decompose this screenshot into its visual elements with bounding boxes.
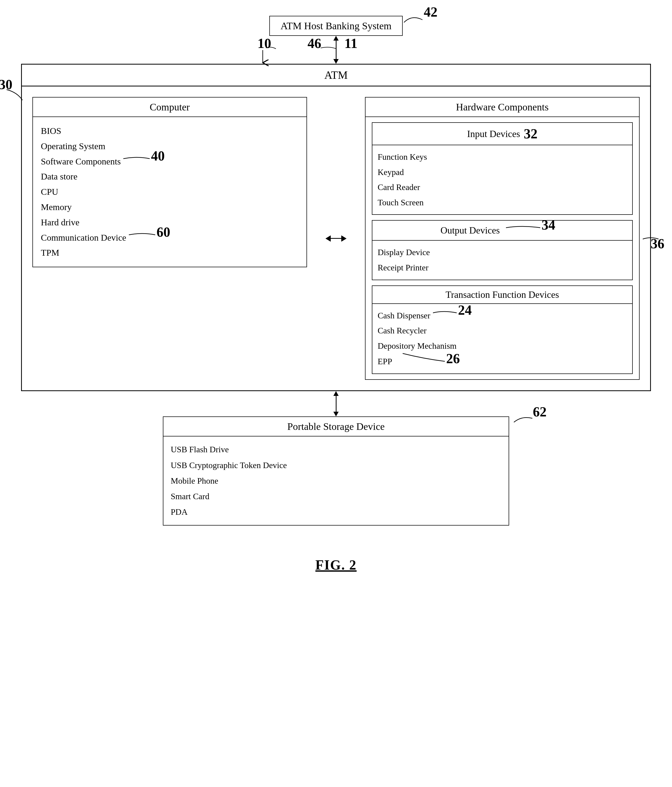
computer-item-bios: BIOS — [41, 123, 299, 139]
output-devices-title: Output Devices — [441, 225, 500, 236]
arrow-right-head — [341, 235, 346, 242]
computer-hardware-arrow — [323, 235, 349, 242]
computer-item-software: Software Components 40 — [41, 154, 299, 169]
label-26-arrow: 26 — [445, 354, 492, 369]
arrow-left-head — [326, 235, 331, 242]
svg-text:36: 36 — [651, 236, 664, 251]
svg-text:30: 30 — [0, 77, 13, 92]
diagram-container: ATM Host Banking System 42 ATM — [21, 16, 651, 573]
psd-item-smartcard: Smart Card — [171, 488, 501, 504]
hardware-content: Input Devices 32 Function Keys Keypad Ca… — [365, 117, 639, 379]
hardware-box: Hardware Components Input Devices 32 Fun… — [365, 97, 640, 380]
arrow-shaft-2 — [336, 396, 337, 412]
label-40-arrow: 40 — [123, 155, 176, 168]
transaction-item-epp: EPP 26 — [378, 354, 627, 369]
computer-item-tpm: TPM — [41, 245, 299, 261]
transaction-devices-box: Transaction Function Devices Cash Dispen… — [372, 285, 633, 374]
svg-text:24: 24 — [458, 303, 472, 318]
atm-title: ATM 10 46 11 — [22, 65, 650, 87]
atm-to-psd-arrow — [334, 391, 338, 416]
input-devices-title: Input Devices — [467, 128, 520, 139]
arrow-tip-down-2 — [334, 412, 338, 416]
svg-text:46: 46 — [308, 36, 321, 51]
psd-section: Portable Storage Device 62 USB Flash Dri… — [21, 416, 651, 526]
transaction-devices-title: Transaction Function Devices — [446, 289, 559, 300]
computer-item-commdev: Communication Device 60 — [41, 230, 299, 245]
svg-text:62: 62 — [533, 404, 547, 419]
transaction-item-cashrecycler: Cash Recycler — [378, 323, 627, 338]
label-62-svg: 62 — [511, 412, 548, 430]
atm-label: ATM — [324, 69, 348, 81]
psd-title: Portable Storage Device — [163, 417, 509, 436]
input-devices-ref: 32 — [523, 126, 538, 142]
transaction-item-depository: Depository Mechanism — [378, 338, 627, 354]
psd-content: USB Flash Drive USB Cryptographic Token … — [163, 436, 509, 525]
label-36-svg: 36 — [643, 234, 664, 255]
atm-host-label: ATM Host Banking System — [280, 20, 391, 32]
computer-content: BIOS Operating System Software Component… — [33, 117, 307, 267]
psd-box: Portable Storage Device 62 USB Flash Dri… — [163, 416, 509, 526]
output-devices-title-row: Output Devices 34 — [372, 221, 632, 241]
transaction-devices-content: Cash Dispenser 24 Cash Recycler Deposito… — [372, 304, 632, 374]
label-24-arrow: 24 — [433, 309, 481, 322]
computer-item-os: Operating System — [41, 139, 299, 154]
transaction-item-cashdispenser: Cash Dispenser 24 — [378, 308, 627, 323]
output-devices-content: Display Device Receipt Printer — [372, 241, 632, 280]
atm-outer-box: ATM 10 46 11 — [21, 64, 651, 391]
svg-text:42: 42 — [424, 5, 438, 19]
label-60-arrow: 60 — [129, 231, 182, 244]
fig-caption: FIG. 2 — [315, 557, 357, 573]
svg-text:10: 10 — [258, 36, 271, 51]
transaction-devices-title-row: Transaction Function Devices — [372, 286, 632, 304]
input-item-keypad: Keypad — [378, 165, 627, 180]
svg-text:60: 60 — [157, 224, 170, 240]
computer-title: Computer — [33, 98, 307, 117]
computer-item-memory: Memory — [41, 199, 299, 215]
psd-item-usb-flash: USB Flash Drive — [171, 442, 501, 457]
atm-ref-arrows: 10 46 11 — [242, 50, 400, 66]
ref-42-svg: 42 — [402, 12, 444, 33]
input-devices-content: Function Keys Keypad Card Reader Touch S… — [372, 145, 632, 214]
computer-item-cpu: CPU — [41, 184, 299, 199]
label-34-arrow: 34 — [506, 224, 564, 237]
psd-item-mobile: Mobile Phone — [171, 473, 501, 488]
arrow-tip-up-2 — [334, 391, 338, 396]
output-item-display: Display Device — [378, 245, 627, 260]
psd-item-usb-crypto: USB Cryptographic Token Device — [171, 458, 501, 473]
psd-item-pda: PDA — [171, 504, 501, 520]
output-item-receipt: Receipt Printer — [378, 260, 627, 275]
atm-inner-row: 30 Computer BIOS Operating System Softwa… — [22, 87, 650, 390]
label-30-svg: 30 — [0, 84, 30, 106]
computer-item-datastore: Data store — [41, 169, 299, 184]
svg-text:26: 26 — [446, 351, 460, 366]
arrow-shaft-h — [331, 238, 341, 239]
input-item-cardreader: Card Reader — [378, 180, 627, 195]
output-devices-box: Output Devices 34 36 — [372, 220, 633, 280]
input-item-funckeys: Function Keys — [378, 149, 627, 165]
svg-text:40: 40 — [151, 149, 165, 163]
input-devices-box: Input Devices 32 Function Keys Keypad Ca… — [372, 122, 633, 215]
atm-host-box: ATM Host Banking System — [269, 16, 402, 36]
arrow-tip-up — [334, 36, 338, 41]
svg-text:11: 11 — [345, 36, 357, 51]
input-devices-title-row: Input Devices 32 — [372, 123, 632, 145]
computer-box: 30 Computer BIOS Operating System Softwa… — [32, 97, 307, 267]
hardware-title: Hardware Components — [365, 98, 639, 117]
svg-text:34: 34 — [542, 217, 555, 232]
input-item-touchscreen: Touch Screen — [378, 195, 627, 210]
